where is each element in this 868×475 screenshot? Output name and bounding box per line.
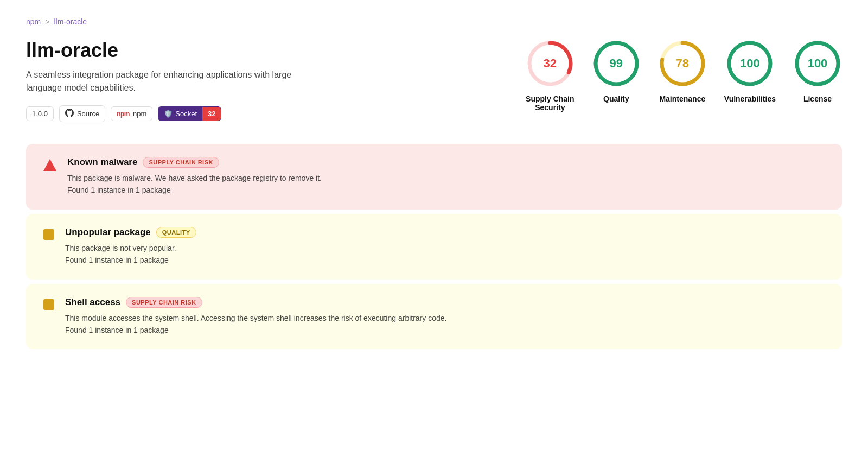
issue-title-shell-access: Shell access — [65, 297, 120, 308]
issue-title-row-unpopular-package: Unpopular package QUALITY — [65, 227, 196, 238]
badges: 1.0.0 Source npm npm 🛡️ — [26, 105, 308, 122]
issue-line1-shell-access: This module accesses the system shell. A… — [65, 312, 446, 324]
score-value-license: 100 — [808, 56, 828, 71]
score-quality: 99 Quality — [592, 39, 641, 103]
score-value-quality: 99 — [610, 56, 623, 71]
issue-card-known-malware: Known malware SUPPLY CHAIN RISK This pac… — [26, 144, 842, 210]
breadcrumb-separator: > — [45, 17, 49, 26]
score-label-supply-chain: Supply ChainSecurity — [526, 94, 574, 112]
issue-content-shell-access: Shell access SUPPLY CHAIN RISK This modu… — [65, 297, 446, 337]
circle-vulnerabilities: 100 — [725, 39, 774, 88]
circle-maintenance: 78 — [658, 39, 707, 88]
score-vulnerabilities: 100 Vulnerabilities — [724, 39, 776, 103]
issues-section: Known malware SUPPLY CHAIN RISK This pac… — [26, 144, 842, 353]
socket-count: 32 — [202, 107, 221, 121]
scores-section: 32 Supply ChainSecurity 99 Quality 78 Ma… — [526, 39, 842, 112]
issue-text-unpopular-package: This package is not very popular. Found … — [65, 242, 196, 267]
npm-label: npm — [133, 110, 146, 118]
score-license: 100 License — [793, 39, 842, 103]
package-description: A seamless integration package for enhan… — [26, 68, 308, 94]
npm-icon: npm — [117, 110, 130, 118]
socket-badge[interactable]: 🛡️ Socket 32 — [158, 106, 221, 121]
circle-supply-chain: 32 — [526, 39, 575, 88]
issue-line1-known-malware: This package is malware. We have asked t… — [67, 172, 322, 184]
square-icon — [43, 299, 54, 310]
version-label: 1.0.0 — [32, 110, 48, 118]
score-label-maintenance: Maintenance — [659, 94, 705, 103]
score-value-maintenance: 78 — [676, 56, 689, 71]
issue-text-shell-access: This module accesses the system shell. A… — [65, 312, 446, 337]
circle-license: 100 — [793, 39, 842, 88]
issue-line2-known-malware: Found 1 instance in 1 package — [67, 184, 322, 196]
square-icon — [43, 229, 54, 240]
breadcrumb-package[interactable]: llm-oracle — [54, 17, 87, 26]
issue-text-known-malware: This package is malware. We have asked t… — [67, 172, 322, 197]
issue-icon-unpopular-package — [43, 229, 54, 240]
package-title: llm-oracle — [26, 39, 308, 62]
score-maintenance: 78 Maintenance — [658, 39, 707, 103]
score-label-vulnerabilities: Vulnerabilities — [724, 94, 776, 103]
issue-icon-shell-access — [43, 299, 54, 310]
issue-line2-shell-access: Found 1 instance in 1 package — [65, 324, 446, 336]
github-icon — [65, 109, 74, 119]
issue-line1-unpopular-package: This package is not very popular. — [65, 242, 196, 254]
score-value-vulnerabilities: 100 — [740, 56, 760, 71]
issue-card-shell-access: Shell access SUPPLY CHAIN RISK This modu… — [26, 284, 842, 350]
issue-content-known-malware: Known malware SUPPLY CHAIN RISK This pac… — [67, 157, 322, 197]
npm-badge[interactable]: npm npm — [111, 106, 152, 121]
package-info: llm-oracle A seamless integration packag… — [26, 39, 308, 122]
issue-tag-known-malware: SUPPLY CHAIN RISK — [143, 157, 219, 168]
issue-line2-unpopular-package: Found 1 instance in 1 package — [65, 254, 196, 266]
socket-badge-left: 🛡️ Socket — [158, 107, 202, 121]
issue-tag-shell-access: SUPPLY CHAIN RISK — [126, 297, 202, 308]
shield-icon: 🛡️ — [164, 110, 173, 118]
source-badge[interactable]: Source — [59, 105, 105, 122]
issue-title-known-malware: Known malware — [67, 157, 137, 168]
score-label-quality: Quality — [603, 94, 629, 103]
version-badge[interactable]: 1.0.0 — [26, 106, 54, 121]
header-section: llm-oracle A seamless integration packag… — [26, 39, 842, 122]
score-label-license: License — [803, 94, 832, 103]
circle-quality: 99 — [592, 39, 641, 88]
issue-title-row-known-malware: Known malware SUPPLY CHAIN RISK — [67, 157, 322, 168]
issue-card-unpopular-package: Unpopular package QUALITY This package i… — [26, 214, 842, 280]
socket-label: Socket — [175, 110, 197, 118]
issue-tag-unpopular-package: QUALITY — [156, 227, 196, 238]
score-value-supply-chain: 32 — [544, 56, 557, 71]
issue-title-unpopular-package: Unpopular package — [65, 227, 151, 238]
triangle-icon — [43, 159, 56, 171]
issue-icon-known-malware — [43, 159, 56, 171]
breadcrumb: npm > llm-oracle — [26, 17, 842, 26]
source-label: Source — [77, 110, 99, 118]
score-supply-chain: 32 Supply ChainSecurity — [526, 39, 575, 112]
socket-badge-inner: 🛡️ Socket 32 — [158, 107, 221, 121]
issue-content-unpopular-package: Unpopular package QUALITY This package i… — [65, 227, 196, 267]
issue-title-row-shell-access: Shell access SUPPLY CHAIN RISK — [65, 297, 446, 308]
breadcrumb-npm[interactable]: npm — [26, 17, 41, 26]
